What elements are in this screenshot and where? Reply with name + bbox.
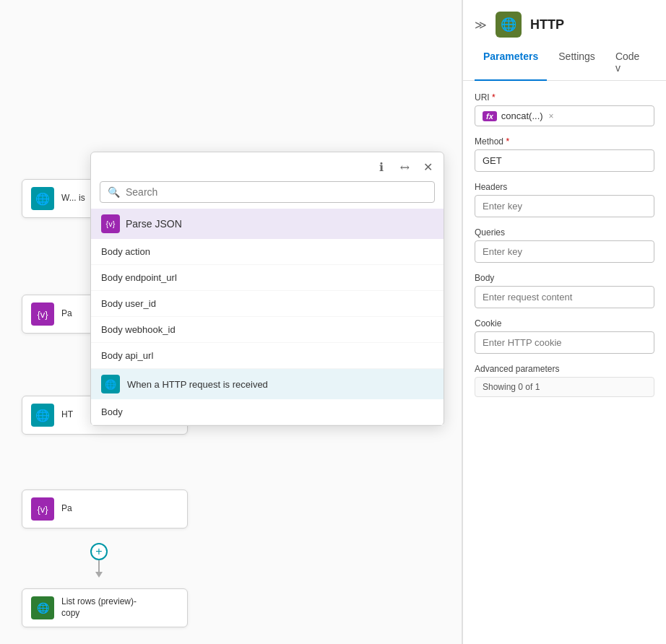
headers-field-group: Headers bbox=[475, 182, 654, 217]
list-item[interactable]: Body action bbox=[91, 239, 444, 265]
section-header-label: Parse JSON bbox=[126, 218, 182, 230]
method-input[interactable] bbox=[475, 149, 654, 172]
right-panel: ≫ 🌐 HTTP Parameters Settings Code v URI … bbox=[462, 0, 666, 644]
node-icon-1: 🌐 bbox=[31, 187, 54, 210]
list-item[interactable]: Body user_id bbox=[91, 291, 444, 317]
tab-code[interactable]: Code v bbox=[607, 45, 654, 81]
node-label-3: HT bbox=[61, 409, 73, 421]
method-field-group: Method * bbox=[475, 136, 654, 172]
node-icon-5: 🌐 bbox=[31, 596, 54, 619]
body-field-group: Body bbox=[475, 273, 654, 308]
uri-required: * bbox=[492, 92, 496, 103]
node-icon-3: 🌐 bbox=[31, 404, 54, 427]
search-box[interactable]: 🔍 bbox=[100, 181, 435, 203]
panel-tabs: Parameters Settings Code v bbox=[463, 45, 666, 81]
advanced-params-group: Advanced parameters Showing 0 of 1 bbox=[475, 364, 654, 397]
panel-body: URI * fx concat(...) × Method * Headers … bbox=[463, 81, 666, 409]
workflow-canvas: 🌐 W... is {v} Pa 🌐 HT {v} Pa + 🌐 List ro… bbox=[0, 0, 462, 644]
uri-chip[interactable]: fx concat(...) × bbox=[475, 105, 654, 126]
parse-json-icon: {v} bbox=[101, 214, 120, 233]
info-icon[interactable]: ℹ bbox=[373, 158, 390, 175]
close-icon[interactable]: ✕ bbox=[419, 158, 436, 175]
expand-icon[interactable]: ⤢ bbox=[396, 158, 413, 175]
http-trigger-label: When a HTTP request is received bbox=[127, 379, 268, 390]
method-required: * bbox=[506, 136, 509, 147]
node-label-2: Pa bbox=[61, 308, 72, 320]
workflow-node-4[interactable]: {v} Pa bbox=[22, 489, 188, 528]
body-input[interactable] bbox=[475, 286, 654, 308]
search-input[interactable] bbox=[126, 186, 427, 198]
dynamic-content-dropdown: ℹ ⤢ ✕ 🔍 {v} Parse JSON Body action Body … bbox=[90, 152, 444, 426]
uri-chip-text: concat(...) bbox=[501, 110, 543, 121]
add-step-button[interactable]: + bbox=[90, 543, 108, 560]
dropdown-items-list: {v} Parse JSON Body action Body endpoint… bbox=[91, 209, 444, 425]
fx-icon: fx bbox=[483, 111, 497, 121]
node-icon-2: {v} bbox=[31, 303, 54, 326]
headers-label: Headers bbox=[475, 182, 654, 192]
body-footer-item[interactable]: Body bbox=[91, 399, 444, 425]
panel-title: HTTP bbox=[530, 17, 564, 32]
cookie-input[interactable] bbox=[475, 331, 654, 354]
cookie-field-group: Cookie bbox=[475, 318, 654, 354]
list-item[interactable]: Body webhook_id bbox=[91, 317, 444, 343]
list-item[interactable]: Body api_url bbox=[91, 343, 444, 369]
tab-settings[interactable]: Settings bbox=[550, 45, 604, 81]
uri-chip-close[interactable]: × bbox=[549, 111, 554, 121]
node-label-1: W... is bbox=[61, 193, 85, 204]
queries-key-input[interactable] bbox=[475, 240, 654, 263]
headers-key-input[interactable] bbox=[475, 195, 654, 217]
showing-text: Showing 0 of 1 bbox=[475, 377, 654, 397]
method-label: Method * bbox=[475, 136, 654, 147]
panel-header: ≫ 🌐 HTTP bbox=[463, 0, 666, 45]
body-label: Body bbox=[475, 273, 654, 283]
svg-marker-1 bbox=[95, 572, 103, 578]
panel-title-icon: 🌐 bbox=[496, 12, 522, 38]
advanced-params-label: Advanced parameters bbox=[475, 364, 654, 374]
queries-field-group: Queries bbox=[475, 227, 654, 263]
list-item[interactable]: Body endpoint_url bbox=[91, 265, 444, 291]
node-icon-4: {v} bbox=[31, 497, 54, 521]
http-trigger-item[interactable]: 🌐 When a HTTP request is received bbox=[91, 369, 444, 399]
connector-arrow bbox=[95, 560, 103, 580]
http-trigger-icon: 🌐 bbox=[101, 375, 120, 393]
plus-icon: + bbox=[95, 545, 102, 558]
dropdown-header: ℹ ⤢ ✕ bbox=[91, 152, 444, 181]
cookie-label: Cookie bbox=[475, 318, 654, 328]
search-icon: 🔍 bbox=[108, 186, 120, 198]
uri-field-group: URI * fx concat(...) × bbox=[475, 92, 654, 126]
uri-label: URI * bbox=[475, 92, 654, 103]
node-label-4: Pa bbox=[61, 503, 72, 515]
workflow-node-5[interactable]: 🌐 List rows (preview)-copy bbox=[22, 588, 188, 627]
section-parse-json[interactable]: {v} Parse JSON bbox=[91, 209, 444, 239]
queries-label: Queries bbox=[475, 227, 654, 238]
panel-expand-icon[interactable]: ≫ bbox=[475, 18, 487, 32]
tab-parameters[interactable]: Parameters bbox=[475, 45, 547, 81]
node-label-5: List rows (preview)-copy bbox=[61, 596, 137, 619]
